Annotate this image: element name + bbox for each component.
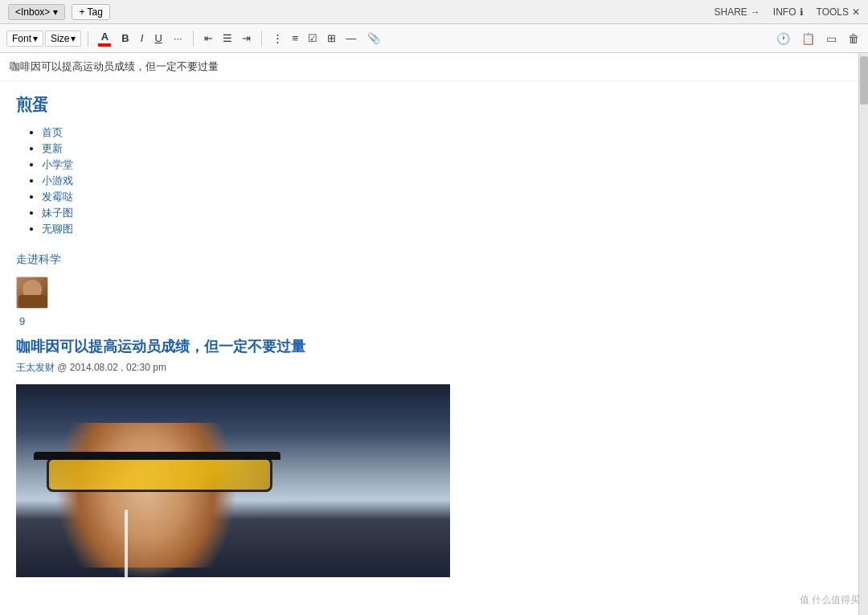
color-bar (98, 43, 111, 47)
nav-link-games[interactable]: 小游戏 (42, 174, 73, 187)
align-left-button[interactable]: ⇤ (200, 30, 217, 47)
editor-body: 煎蛋 首页 更新 小学堂 小游戏 发霉哒 妹子图 (0, 81, 858, 590)
tag-button[interactable]: + Tag (72, 4, 109, 20)
bold-button[interactable]: B (117, 30, 133, 47)
share-icon: → (751, 6, 760, 18)
size-dropdown[interactable]: Size ▾ (45, 31, 81, 47)
unordered-list-icon: ≡ (293, 32, 299, 44)
article-image (16, 384, 450, 577)
tools-label: TOOLS (817, 6, 849, 18)
attachment-icon: 📎 (367, 32, 380, 44)
export-icon: ▭ (826, 32, 837, 45)
avatar (16, 277, 48, 309)
list-item: 更新 (42, 141, 842, 156)
more-icon: ··· (174, 32, 182, 44)
section-link[interactable]: 走进科学 (16, 252, 842, 267)
hr-button[interactable]: — (342, 30, 360, 47)
align-right-icon: ⇥ (242, 32, 251, 44)
underline-icon: U (154, 32, 162, 44)
share-label: SHARE (714, 6, 747, 18)
size-arrow: ▾ (71, 33, 76, 44)
checkbox-button[interactable]: ☑ (304, 30, 321, 47)
align-center-button[interactable]: ☰ (219, 30, 236, 47)
tools-close-icon: ✕ (852, 6, 860, 18)
nav-link-home[interactable]: 首页 (42, 126, 63, 138)
clock-button[interactable]: 🕐 (774, 30, 792, 47)
nav-link-boring[interactable]: 无聊图 (42, 223, 73, 235)
text-color-button[interactable]: A (95, 29, 114, 48)
separator-3 (261, 31, 262, 47)
article-date: @ 2014.08.02 , 02:30 pm (57, 362, 166, 373)
top-bar-left: <Inbox> ▾ + Tag (8, 4, 110, 20)
editor-area[interactable]: 咖啡因可以提高运动员成绩，但一定不要过量 煎蛋 首页 更新 小学堂 小游戏 (0, 53, 858, 615)
info-label: INFO (773, 6, 796, 18)
delete-button[interactable]: 🗑 (845, 30, 862, 47)
editor-title-text: 咖啡因可以提高运动员成绩，但一定不要过量 (10, 60, 219, 72)
unordered-list-button[interactable]: ≡ (289, 30, 303, 47)
align-group: ⇤ ☰ ⇥ (200, 30, 255, 47)
inbox-button[interactable]: <Inbox> ▾ (8, 4, 65, 20)
ordered-list-button[interactable]: ⋮ (268, 30, 287, 47)
separator-2 (193, 31, 194, 47)
nav-link-school[interactable]: 小学堂 (42, 158, 73, 170)
size-label: Size (51, 33, 69, 44)
italic-button[interactable]: I (137, 30, 148, 47)
align-right-button[interactable]: ⇥ (238, 30, 255, 47)
inbox-arrow: ▾ (53, 6, 58, 18)
hr-icon: — (346, 32, 356, 44)
table-button[interactable]: ⊞ (323, 30, 340, 47)
inbox-label: <Inbox> (15, 6, 50, 18)
list-item: 无聊图 (42, 222, 842, 236)
attachment-button[interactable]: 📎 (363, 30, 384, 47)
clipboard-icon: 📋 (801, 32, 815, 45)
toolbar: Font ▾ Size ▾ A B I U ··· ⇤ ☰ ⇥ (0, 24, 868, 53)
ordered-list-icon: ⋮ (272, 32, 283, 44)
list-item: 妹子图 (42, 206, 842, 220)
toolbar-right: 🕐 📋 ▭ 🗑 (774, 30, 862, 47)
list-item: 小游戏 (42, 174, 842, 188)
info-icon: ℹ (800, 6, 804, 18)
font-dropdown[interactable]: Font ▾ (6, 31, 43, 47)
italic-icon: I (141, 32, 144, 44)
article-title-link[interactable]: 咖啡因可以提高运动员成绩，但一定不要过量 (16, 337, 842, 356)
nav-link-girls[interactable]: 妹子图 (42, 207, 73, 219)
editor-title-bar: 咖啡因可以提高运动员成绩，但一定不要过量 (0, 53, 858, 81)
share-action[interactable]: SHARE → (714, 6, 760, 18)
watermark: 值 什么值得买 (800, 593, 860, 607)
clipboard-button[interactable]: 📋 (799, 30, 817, 47)
list-item: 发霉哒 (42, 190, 842, 204)
underline-button[interactable]: U (150, 30, 166, 47)
nav-link-updates[interactable]: 更新 (42, 142, 63, 154)
nav-list: 首页 更新 小学堂 小游戏 发霉哒 妹子图 无聊图 (16, 125, 842, 236)
font-label: Font (12, 33, 31, 44)
article-meta: 王太发财 @ 2014.08.02 , 02:30 pm (16, 361, 842, 375)
align-left-icon: ⇤ (204, 32, 213, 44)
avatar-container (16, 277, 842, 309)
delete-icon: 🗑 (848, 32, 859, 45)
checkbox-icon: ☑ (308, 32, 317, 44)
tools-action[interactable]: TOOLS ✕ (817, 6, 860, 18)
separator-1 (88, 31, 88, 47)
top-bar: <Inbox> ▾ + Tag SHARE → INFO ℹ TOOLS ✕ (0, 0, 868, 24)
nav-link-mold[interactable]: 发霉哒 (42, 191, 73, 203)
comment-count-link[interactable]: 9 (19, 315, 842, 327)
list-group: ⋮ ≡ ☑ ⊞ — (268, 30, 361, 47)
info-action[interactable]: INFO ℹ (773, 6, 804, 18)
list-item: 首页 (42, 125, 842, 140)
export-button[interactable]: ▭ (824, 30, 839, 47)
font-arrow: ▾ (33, 33, 38, 44)
author-link[interactable]: 王太发财 (16, 362, 55, 373)
main-area: 咖啡因可以提高运动员成绩，但一定不要过量 煎蛋 首页 更新 小学堂 小游戏 (0, 53, 868, 615)
color-a-icon: A (101, 31, 108, 43)
list-item: 小学堂 (42, 158, 842, 172)
scrollbar-thumb[interactable] (860, 56, 868, 105)
table-icon: ⊞ (327, 32, 336, 44)
clock-icon: 🕐 (776, 32, 790, 45)
bold-icon: B (121, 32, 129, 44)
site-title-link[interactable]: 煎蛋 (16, 94, 842, 116)
more-button[interactable]: ··· (170, 30, 186, 47)
top-bar-right: SHARE → INFO ℹ TOOLS ✕ (714, 6, 860, 18)
align-center-icon: ☰ (223, 32, 232, 44)
scrollbar[interactable] (858, 53, 868, 615)
font-group: Font ▾ Size ▾ (6, 31, 81, 47)
